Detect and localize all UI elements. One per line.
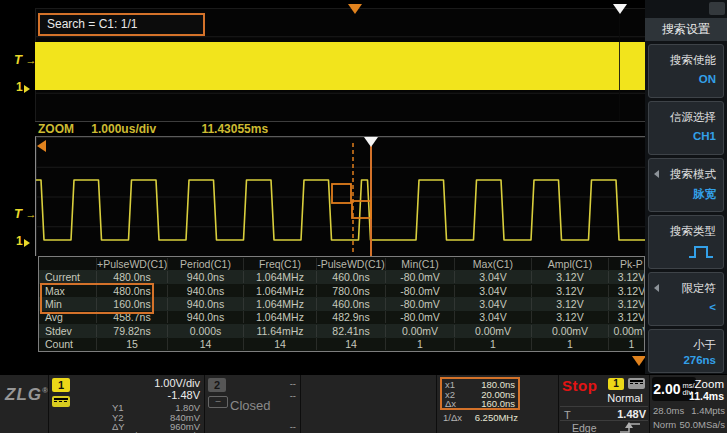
trigger-level-value: 1.48V xyxy=(596,408,646,420)
meas-cell: -80.0mV xyxy=(385,285,454,297)
menu-item-label: 限定符 xyxy=(682,281,717,296)
meas-cell: 14 xyxy=(316,338,385,350)
meas-cell: 14 xyxy=(167,338,243,350)
meas-cell: Freq(C1) xyxy=(243,258,316,270)
meas-cell: 0.00mV xyxy=(531,325,608,337)
meas-cell: 0.00mV xyxy=(454,325,531,337)
meas-cell: 1 xyxy=(385,338,454,350)
left-arrow-icon xyxy=(654,284,659,292)
menu-item-less-than[interactable]: 小于 276ns xyxy=(648,329,724,373)
meas-cell: 1.064MHz xyxy=(243,311,316,323)
brand-logo: ZLG® xyxy=(5,385,49,405)
trigger-type-label: Edge xyxy=(572,422,597,433)
status-bar: ZLG® 1 1.00V/div -1.48V Y11.80V Y2840mV … xyxy=(0,374,727,433)
channel1-badge[interactable]: 1 xyxy=(52,378,70,392)
channel1-ground-marker[interactable]: 1 xyxy=(16,80,30,94)
right-triangle-icon xyxy=(24,85,30,93)
zoom-cursor-marker-icon[interactable] xyxy=(364,137,378,147)
meas-cell: 3.12V xyxy=(608,271,645,283)
menu-item-value: CH1 xyxy=(693,130,716,142)
menu-item-search-type[interactable]: 搜索类型 xyxy=(648,215,724,269)
zoom-header: ZOOM 1.000us/div 11.43055ms xyxy=(38,122,282,136)
meas-row-current: Current480.0ns940.0ns1.064MHz460.0ns-80.… xyxy=(39,270,644,283)
meas-cell: Pk-P xyxy=(608,258,645,270)
memory-depth: 1.4Mpts xyxy=(680,405,725,416)
zoom-position: 11.43055ms xyxy=(201,122,268,136)
menu-item-label: 小于 xyxy=(693,338,716,353)
meas-cell: 3.04V xyxy=(454,311,531,323)
scroll-down-marker-icon[interactable] xyxy=(632,356,646,366)
meas-cell: 940.0ns xyxy=(167,298,243,310)
zoom-timebase: 1.000us/div xyxy=(91,122,156,136)
trigger-level-marker[interactable]: T → xyxy=(14,52,37,67)
overview-waveform-band xyxy=(35,42,645,90)
meas-cell: 940.0ns xyxy=(167,285,243,297)
menu-item-search-enable[interactable]: 搜索使能 ON xyxy=(648,44,724,98)
meas-cell: 482.9ns xyxy=(316,311,385,323)
meas-row-label: Stdev xyxy=(39,325,96,337)
meas-cell: 15 xyxy=(96,338,167,350)
channel2-badge[interactable]: 2 xyxy=(208,378,226,392)
meas-cell: 460.0ns xyxy=(316,271,385,283)
run-state-indicator[interactable]: Stop xyxy=(562,377,597,394)
menu-item-label: 搜索类型 xyxy=(670,224,716,239)
meas-cell: 3.12V xyxy=(608,298,645,310)
zoom-mode-label: Zoom xyxy=(690,378,724,390)
meas-cell: 11.64mHz xyxy=(243,325,316,337)
corner-tab xyxy=(709,2,725,15)
zoom-trigger-level-marker[interactable]: T → xyxy=(14,206,37,221)
sample-rate: 50.0MSa/s xyxy=(672,419,725,430)
meas-cell: 940.0ns xyxy=(167,271,243,283)
zoom-window xyxy=(35,136,646,256)
right-triangle-icon xyxy=(24,239,30,247)
zoom-scale-value: 11.4ms xyxy=(684,390,724,402)
meas-cell: 460.0ns xyxy=(316,298,385,310)
sidebar-title: 搜索设置 xyxy=(645,18,727,41)
meas-cell: 3.12V xyxy=(531,311,608,323)
menu-item-value: ON xyxy=(699,73,716,85)
meas-cell: -80.0mV xyxy=(385,271,454,283)
meas-header-row: +PulseWD(C1)Period(C1)Freq(C1)-PulseWD(C… xyxy=(39,257,644,270)
meas-cell: 3.12V xyxy=(531,271,608,283)
trigger-position-line xyxy=(619,8,620,121)
trigger-position-marker-icon[interactable] xyxy=(613,4,627,14)
menu-item-source-select[interactable]: 信源选择 CH1 xyxy=(648,101,724,155)
time-reference-marker-icon[interactable] xyxy=(348,4,362,14)
measurement-highlight-box xyxy=(40,283,154,314)
meas-cell: 3.12V xyxy=(608,285,645,297)
right-arrow-icon: → xyxy=(26,54,37,66)
zoom-waveform xyxy=(36,137,646,256)
menu-item-label: 信源选择 xyxy=(670,110,716,125)
meas-cell: 1.064MHz xyxy=(243,271,316,283)
meas-cell: 480.0ns xyxy=(96,271,167,283)
timebase-scale: 2.00 xyxy=(653,381,680,397)
meas-cell: 82.41ns xyxy=(316,325,385,337)
trigger-coupling-icon xyxy=(628,378,645,389)
trigger-marker-label: T xyxy=(14,206,22,221)
meas-cell: Min(C1) xyxy=(385,258,454,270)
meas-cell: 0.00mV xyxy=(608,325,645,337)
trigger-marker-label: T xyxy=(14,52,22,67)
zoom-title: ZOOM xyxy=(38,122,74,136)
meas-cell: 780.0ns xyxy=(316,285,385,297)
meas-row-label: Current xyxy=(39,271,96,283)
cursor-dx-row: Δx160.0ns xyxy=(445,399,515,409)
menu-item-search-mode[interactable]: 搜索模式 脉宽 xyxy=(648,158,724,212)
trigger-source-badge[interactable]: 1 xyxy=(608,378,624,390)
meas-row-count: Count151414141111 xyxy=(39,338,644,351)
channel1-scale: 1.00V/div xyxy=(90,377,200,389)
meas-cell: 3.04V xyxy=(454,271,531,283)
menu-item-value: 276ns xyxy=(683,354,716,366)
channel-marker-label: 1 xyxy=(16,80,23,94)
menu-item-qualifier[interactable]: 限定符 < xyxy=(648,272,724,326)
left-arrow-icon xyxy=(654,170,659,178)
meas-cell: -80.0mV xyxy=(385,298,454,310)
trigger-mode: Normal xyxy=(601,392,649,404)
channel1-trace xyxy=(36,180,646,240)
meas-cell: +PulseWD(C1) xyxy=(96,258,167,270)
meas-cell: 0.000s xyxy=(167,325,243,337)
meas-row-label: Count xyxy=(39,338,96,350)
zoom-channel1-ground-marker[interactable]: 1 xyxy=(16,234,30,248)
channel2-dash: -- xyxy=(250,378,296,389)
meas-cell: 14 xyxy=(243,338,316,350)
